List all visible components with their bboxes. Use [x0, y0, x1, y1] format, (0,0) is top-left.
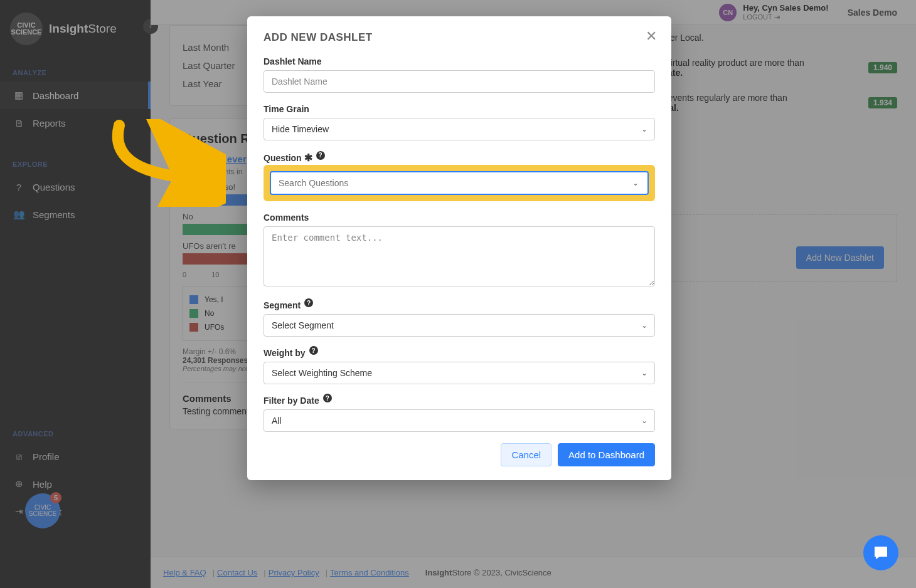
weight-by-select[interactable]: Select Weighting Scheme ⌄: [264, 362, 655, 384]
help-icon[interactable]: ?: [304, 298, 313, 307]
segment-label: Segment?: [264, 300, 655, 310]
modal-close-button[interactable]: ✕: [644, 29, 659, 44]
question-highlight: ⌄: [264, 165, 655, 201]
filter-by-date-value: All: [264, 409, 655, 432]
dashlet-name-input[interactable]: [264, 70, 655, 93]
add-dashlet-modal: ADD NEW DASHLET ✕ Dashlet Name Time Grai…: [247, 16, 671, 480]
filter-by-date-label: Filter by Date?: [264, 396, 655, 406]
weight-by-label: Weight by?: [264, 348, 655, 358]
filter-by-date-select[interactable]: All ⌄: [264, 409, 655, 432]
help-icon[interactable]: ?: [323, 394, 332, 402]
time-grain-label: Time Grain: [264, 104, 655, 114]
intercom-launcher[interactable]: [863, 535, 898, 570]
comments-label: Comments: [264, 213, 655, 223]
modal-title: ADD NEW DASHLET: [264, 31, 655, 44]
comments-textarea[interactable]: [264, 226, 655, 286]
weight-by-value: Select Weighting Scheme: [264, 362, 655, 384]
time-grain-value: Hide Timeview: [264, 118, 655, 140]
question-search-input[interactable]: [271, 172, 647, 194]
question-search-select[interactable]: ⌄: [270, 171, 649, 195]
help-icon[interactable]: ?: [309, 346, 318, 355]
dashlet-name-label: Dashlet Name: [264, 56, 655, 66]
add-to-dashboard-button[interactable]: Add to Dashboard: [558, 443, 655, 466]
cancel-button[interactable]: Cancel: [501, 443, 551, 466]
time-grain-select[interactable]: Hide Timeview ⌄: [264, 118, 655, 140]
segment-select[interactable]: Select Segment ⌄: [264, 314, 655, 337]
segment-value: Select Segment: [264, 314, 655, 337]
question-label: Question✱?: [264, 152, 655, 164]
help-icon[interactable]: ?: [316, 151, 325, 160]
